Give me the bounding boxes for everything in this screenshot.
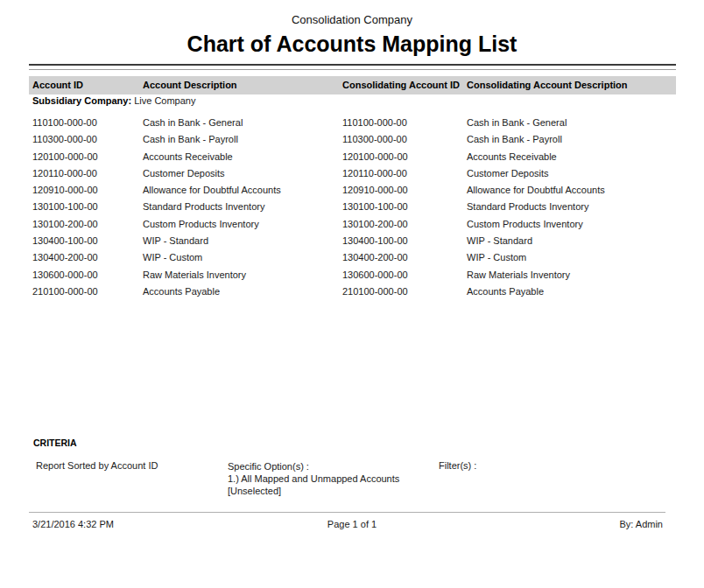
table-row: 130400-200-00WIP - Custom130400-200-00WI… <box>29 249 676 266</box>
consolidating-account-description: Cash in Bank - General <box>467 115 567 131</box>
account-id-link[interactable]: 120110-000-00 <box>32 165 97 182</box>
consolidating-account-id-link[interactable]: 130100-100-00 <box>342 199 408 215</box>
account-description: Raw Materials Inventory <box>143 267 246 284</box>
report-title: Chart of Accounts Mapping List <box>0 32 704 57</box>
consolidating-account-id-link[interactable]: 130100-200-00 <box>342 216 408 233</box>
footer: 3/21/2016 4:32 PM Page 1 of 1 By: Admin <box>0 518 704 530</box>
specific-option-item: [Unselected] <box>228 485 399 497</box>
consolidating-account-description: Accounts Payable <box>467 284 544 300</box>
consolidating-account-description: Customer Deposits <box>467 165 549 182</box>
title-divider-dark <box>29 64 676 66</box>
table-body: 110100-000-00Cash in Bank - General11010… <box>29 115 676 300</box>
account-id-link[interactable]: 210100-000-00 <box>32 284 98 300</box>
consolidating-account-description: WIP - Custom <box>467 249 526 266</box>
table-row: 110100-000-00Cash in Bank - General11010… <box>29 115 676 131</box>
subsidiary-company-value: Live Company <box>134 95 195 106</box>
footer-divider <box>29 512 665 513</box>
consolidating-account-id-link[interactable]: 110100-000-00 <box>342 115 407 131</box>
account-description: Cash in Bank - Payroll <box>143 131 238 148</box>
consolidating-account-description: Raw Materials Inventory <box>467 267 570 284</box>
account-id-link[interactable]: 120100-000-00 <box>32 149 98 165</box>
criteria-heading: CRITERIA <box>33 438 77 448</box>
account-description: Customer Deposits <box>143 165 225 182</box>
consolidating-account-id-link[interactable]: 110300-000-00 <box>342 131 407 148</box>
subsidiary-company-row: Subsidiary Company: Live Company <box>32 95 195 106</box>
table-row: 120910-000-00Allowance for Doubtful Acco… <box>29 182 676 199</box>
column-header-account-id: Account ID <box>32 76 83 94</box>
account-id-link[interactable]: 130400-200-00 <box>32 249 98 266</box>
account-description: WIP - Custom <box>143 249 202 266</box>
table-row: 130600-000-00Raw Materials Inventory1306… <box>29 267 676 284</box>
consolidating-account-description: Allowance for Doubtful Accounts <box>467 182 605 199</box>
table-header: Account ID Account Description Consolida… <box>29 76 676 94</box>
consolidating-account-id-link[interactable]: 120910-000-00 <box>342 182 408 199</box>
consolidating-account-description: WIP - Standard <box>467 233 532 249</box>
account-description: Accounts Payable <box>143 284 220 300</box>
specific-options-label: Specific Option(s) : <box>228 460 399 472</box>
table-row: 130100-100-00Standard Products Inventory… <box>29 199 676 215</box>
column-header-consolidating-account-description: Consolidating Account Description <box>467 76 628 94</box>
footer-page-number: Page 1 of 1 <box>0 518 704 530</box>
company-name: Consolidation Company <box>0 13 704 26</box>
account-id-link[interactable]: 130100-200-00 <box>32 216 98 233</box>
account-description: Allowance for Doubtful Accounts <box>143 182 281 199</box>
consolidating-account-id-link[interactable]: 130600-000-00 <box>342 267 408 284</box>
account-id-link[interactable]: 130100-100-00 <box>32 199 98 215</box>
subsidiary-company-label: Subsidiary Company: <box>32 95 131 106</box>
consolidating-account-description: Cash in Bank - Payroll <box>467 131 562 148</box>
account-description: Accounts Receivable <box>143 149 233 165</box>
consolidating-account-id-link[interactable]: 120110-000-00 <box>342 165 407 182</box>
account-description: WIP - Standard <box>143 233 208 249</box>
consolidating-account-id-link[interactable]: 130400-200-00 <box>342 249 408 266</box>
consolidating-account-description: Accounts Receivable <box>467 149 557 165</box>
consolidating-account-description: Custom Products Inventory <box>467 216 583 233</box>
specific-option-item: 1.) All Mapped and Unmapped Accounts <box>228 472 399 485</box>
account-description: Custom Products Inventory <box>143 216 259 233</box>
title-divider-light <box>29 69 676 70</box>
account-description: Cash in Bank - General <box>143 115 243 131</box>
consolidating-account-id-link[interactable]: 130400-100-00 <box>342 233 408 249</box>
footer-user: By: Admin <box>619 518 663 530</box>
criteria-sorted-by: Report Sorted by Account ID <box>36 460 158 471</box>
account-id-link[interactable]: 130400-100-00 <box>32 233 98 249</box>
account-id-link[interactable]: 130600-000-00 <box>32 267 98 284</box>
consolidating-account-id-link[interactable]: 120100-000-00 <box>342 149 408 165</box>
criteria-filters-label: Filter(s) : <box>439 460 476 471</box>
table-row: 110300-000-00Cash in Bank - Payroll11030… <box>29 131 676 148</box>
consolidating-account-description: Standard Products Inventory <box>467 199 588 215</box>
column-header-account-description: Account Description <box>143 76 237 94</box>
table-row: 120110-000-00Customer Deposits120110-000… <box>29 165 676 182</box>
criteria-specific-options: Specific Option(s) : 1.) All Mapped and … <box>228 460 399 497</box>
table-row: 120100-000-00Accounts Receivable120100-0… <box>29 149 676 165</box>
account-id-link[interactable]: 110300-000-00 <box>32 131 97 148</box>
consolidating-account-id-link[interactable]: 210100-000-00 <box>342 284 408 300</box>
account-description: Standard Products Inventory <box>143 199 264 215</box>
table-row: 210100-000-00Accounts Payable210100-000-… <box>29 284 676 300</box>
table-row: 130400-100-00WIP - Standard130400-100-00… <box>29 233 676 249</box>
table-row: 130100-200-00Custom Products Inventory13… <box>29 216 676 233</box>
account-id-link[interactable]: 110100-000-00 <box>32 115 97 131</box>
column-header-consolidating-account-id: Consolidating Account ID <box>342 76 460 94</box>
account-id-link[interactable]: 120910-000-00 <box>32 182 98 199</box>
